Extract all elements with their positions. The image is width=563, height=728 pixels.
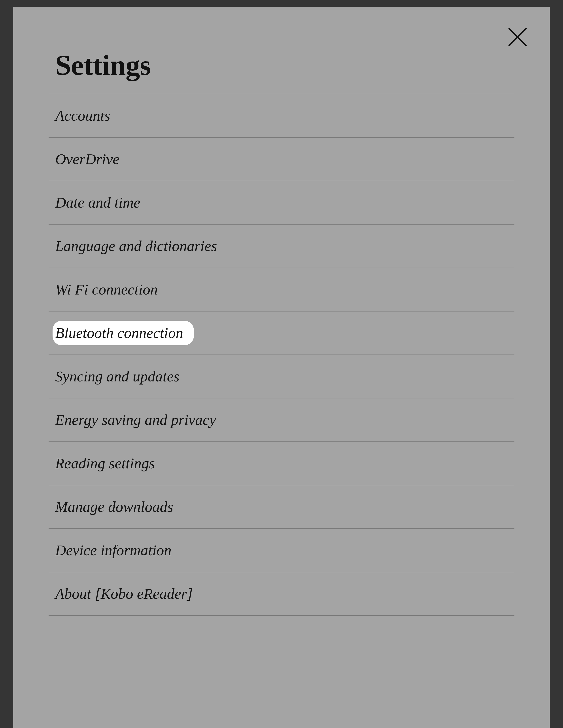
settings-item-label: Energy saving and privacy <box>55 411 216 429</box>
settings-item[interactable]: About [Kobo eReader] <box>49 572 514 616</box>
settings-item[interactable]: Language and dictionaries <box>49 225 514 268</box>
settings-item[interactable]: Accounts <box>49 94 514 138</box>
settings-item-label: Accounts <box>55 107 110 124</box>
settings-item-label: Language and dictionaries <box>55 237 217 255</box>
settings-item[interactable]: Energy saving and privacy <box>49 398 514 442</box>
settings-item-label: Wi Fi connection <box>55 281 158 298</box>
settings-item[interactable]: Wi Fi connection <box>49 268 514 311</box>
settings-item-label: Device information <box>55 542 171 559</box>
settings-item-label: Syncing and updates <box>55 368 179 385</box>
settings-item-label: Reading settings <box>55 455 155 472</box>
page-title: Settings <box>55 49 514 82</box>
settings-item-label: OverDrive <box>55 150 119 168</box>
settings-item[interactable]: OverDrive <box>49 138 514 181</box>
settings-item-label: Bluetooth connection <box>53 321 194 345</box>
settings-item-label: Date and time <box>55 194 140 211</box>
settings-item[interactable]: Bluetooth connection <box>49 311 514 355</box>
settings-item[interactable]: Syncing and updates <box>49 355 514 398</box>
settings-item[interactable]: Reading settings <box>49 442 514 485</box>
close-icon <box>506 25 530 50</box>
settings-item[interactable]: Device information <box>49 529 514 572</box>
settings-item-label: About [Kobo eReader] <box>55 585 193 602</box>
settings-item[interactable]: Manage downloads <box>49 485 514 529</box>
settings-panel: Settings AccountsOverDriveDate and timeL… <box>13 7 550 728</box>
settings-item-label: Manage downloads <box>55 498 173 516</box>
settings-item[interactable]: Date and time <box>49 181 514 225</box>
close-button[interactable] <box>506 25 530 50</box>
settings-list: AccountsOverDriveDate and timeLanguage a… <box>49 94 514 616</box>
